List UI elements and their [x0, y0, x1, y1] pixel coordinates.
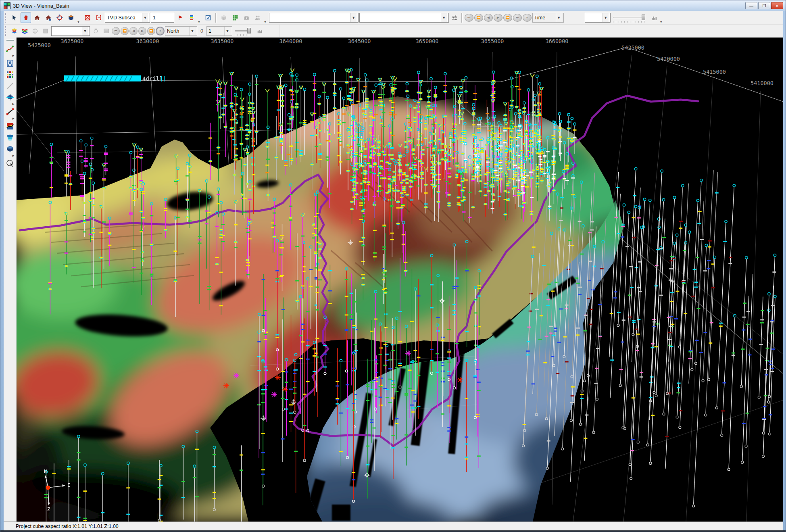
step-forward-icon: ▶ [497, 16, 499, 19]
vertical-exaggeration-input[interactable] [151, 13, 174, 23]
maximize-button[interactable]: ❐ [758, 2, 770, 9]
rotate-rewind-button[interactable]: ⏪ [121, 27, 129, 35]
skip-end-button[interactable]: ⏭ [513, 14, 522, 22]
flag-button[interactable] [175, 13, 186, 23]
time-mode-dropdown[interactable]: Time▼ [532, 13, 564, 23]
svg-text:5420000: 5420000 [657, 56, 680, 62]
colorbar-button[interactable] [186, 13, 197, 23]
well-intersection-tool[interactable] [5, 92, 15, 102]
rotation-speed-dropdown[interactable]: 1▼ [206, 26, 232, 36]
select-arrow-button[interactable] [9, 13, 20, 23]
colorbar-icon [188, 15, 195, 21]
interpretation-hand-tool[interactable] [5, 158, 15, 169]
depth-domain-dropdown[interactable]: TVD Subsea▼ [105, 13, 150, 23]
svg-text:3640000: 3640000 [279, 38, 302, 44]
close-button[interactable]: ✕ [771, 2, 783, 9]
chevron-down-icon[interactable]: ▼ [603, 13, 609, 22]
fast-forward-button[interactable]: ⏩ [503, 14, 512, 22]
fit-extents-button[interactable] [94, 13, 104, 23]
rotate-forward-button[interactable]: ▶ [138, 27, 146, 35]
step-back-icon: ◀ [487, 16, 490, 19]
function-chart-tool[interactable] [5, 121, 15, 131]
home-view-button[interactable] [32, 13, 42, 23]
collaboration-caret[interactable]: ▼ [264, 21, 267, 24]
step-forward-button[interactable]: ▶ [494, 14, 502, 22]
rewind-button[interactable]: ⏪ [474, 14, 483, 22]
collaboration-button[interactable] [252, 13, 263, 23]
pan-hand-button[interactable] [21, 13, 31, 23]
rotate-pause-button[interactable]: ⏸ [156, 27, 164, 35]
reset-cube-button[interactable] [82, 13, 93, 23]
chevron-down-icon[interactable]: ▼ [224, 27, 230, 35]
chevron-down-icon[interactable]: ▼ [189, 27, 195, 35]
chevron-down-icon[interactable]: ▼ [441, 13, 447, 22]
globe-layers-tool[interactable] [5, 144, 15, 154]
chevron-down-icon[interactable]: ▼ [82, 27, 88, 35]
globe-button[interactable] [30, 26, 40, 36]
tool-expander-arrow[interactable]: ▶ [13, 54, 15, 58]
cursor-icon [11, 15, 18, 21]
chevron-layers-button[interactable] [20, 26, 29, 36]
pause-button[interactable]: ⏸ [523, 14, 532, 22]
rotate-skip-start-button[interactable]: ⏮ [112, 27, 120, 35]
capture-button[interactable] [91, 26, 100, 36]
histogram-small-button[interactable] [255, 26, 265, 36]
player-property-dropdown[interactable]: ▼ [359, 13, 449, 23]
svg-text:Z: Z [47, 507, 50, 512]
3d-viewport[interactable]: 3625000363000036350003640000364500036500… [17, 38, 783, 522]
plane-select-button[interactable] [41, 26, 50, 36]
save-home-button[interactable] [43, 13, 54, 23]
green-grid-button[interactable] [230, 13, 240, 23]
chevron-down-icon[interactable]: ▼ [350, 13, 357, 22]
toolbar-grip[interactable] [5, 26, 7, 36]
player-object-dropdown[interactable]: ▼ [269, 13, 359, 23]
player-settings-button[interactable] [450, 13, 459, 23]
toolbar-grip[interactable] [6, 39, 14, 41]
well-section-tool[interactable] [5, 58, 15, 69]
rotate-fast-button[interactable]: ⏩ [147, 27, 155, 35]
target-icon [56, 15, 63, 21]
tool-expander-arrow[interactable]: ▶ [13, 103, 15, 106]
title-bar[interactable]: 3D View - Vienna_Basin — ❐ ✕ [0, 0, 786, 11]
toolbar-grip[interactable] [5, 13, 7, 23]
area-chart-icon [6, 122, 14, 130]
minimize-button[interactable]: — [745, 2, 757, 9]
chevron-down-icon[interactable]: ▼ [142, 13, 148, 22]
chevron-layers-icon [21, 27, 28, 34]
slider-thumb[interactable] [642, 15, 645, 20]
bounding-box-button[interactable] [66, 13, 76, 23]
list-button[interactable] [101, 26, 111, 36]
fault-polyline-tool[interactable] [5, 106, 15, 117]
histogram-caret[interactable]: ▼ [660, 21, 663, 24]
slider-thumb[interactable] [247, 28, 251, 33]
surface-planes-button[interactable] [9, 26, 19, 36]
layer-stack-tool[interactable] [5, 132, 15, 143]
snapshot-button[interactable] [241, 13, 252, 23]
skip-start-button[interactable]: ⏮ [465, 14, 473, 22]
diagonal-line-icon [6, 82, 14, 90]
gray-cube-button[interactable] [219, 13, 229, 23]
svg-text:5425000: 5425000 [621, 44, 644, 51]
rotation-slider[interactable] [233, 27, 254, 35]
histogram-button[interactable] [649, 13, 659, 23]
colorbar-dropdown-caret[interactable]: ▼ [198, 21, 200, 24]
cube-dropdown-caret[interactable]: ▼ [77, 21, 80, 24]
status-text: Project cube aspect ratio X:1.01 Y:1.01 … [4, 524, 119, 529]
cube-gray-icon [220, 14, 227, 21]
tool-expander-arrow[interactable]: ▶ [13, 154, 15, 158]
polyline-points-tool[interactable] [5, 44, 15, 54]
view-target-button[interactable] [54, 13, 65, 23]
step-back-button[interactable]: ◀ [484, 14, 493, 22]
line-tool-disabled[interactable] [5, 81, 15, 91]
orientation-dropdown[interactable]: North▼ [165, 26, 197, 36]
display-settings-button[interactable] [203, 13, 213, 23]
chevron-down-icon[interactable]: ▼ [556, 13, 562, 22]
grid-points-tool[interactable] [5, 69, 15, 80]
speed-slider[interactable] [611, 14, 648, 22]
tool-expander-arrow[interactable]: ▶ [13, 117, 15, 121]
rotate-back-button[interactable]: ◀ [129, 27, 138, 35]
camera-gray-icon [243, 15, 250, 21]
intersection-dropdown[interactable]: ▼ [51, 26, 90, 36]
fast-forward-icon: ⏩ [506, 16, 510, 19]
step-size-dropdown[interactable]: ▼ [585, 13, 611, 23]
